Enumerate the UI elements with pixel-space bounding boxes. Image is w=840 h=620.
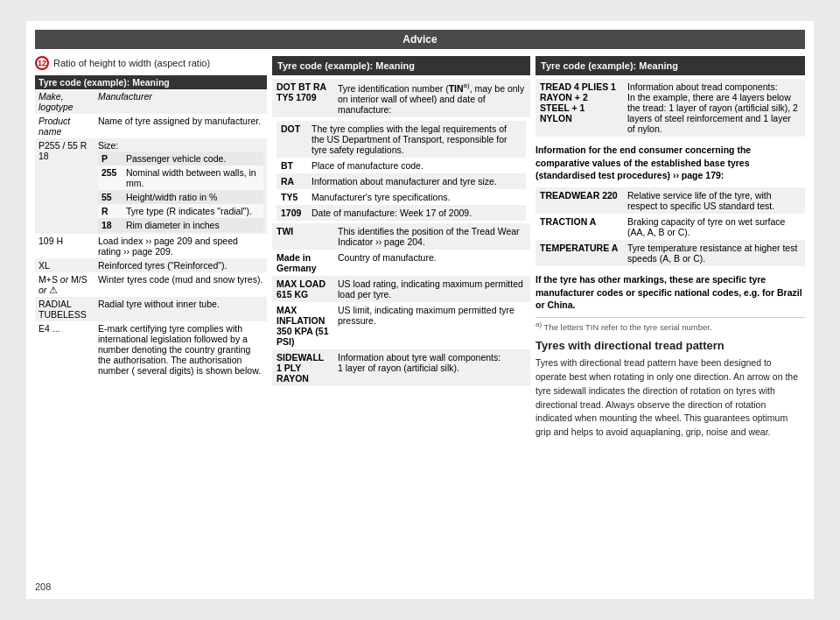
nested-table: P Passenger vehicle code. 255 Nominal wi… — [98, 151, 263, 232]
directional-text: Tyres with directional tread pattern hav… — [536, 356, 805, 440]
table-row: Product name Name of tyre assigned by ma… — [35, 114, 267, 138]
table-cell: Information about tyre wall components:1… — [333, 349, 530, 386]
table-row: E4 ... E-mark certifying tyre complies w… — [35, 321, 267, 377]
nested-code: P — [98, 151, 122, 166]
table-cell: US limit, indicating maximum permitted t… — [333, 302, 530, 349]
table-cell: RADIAL TUBELESS — [35, 297, 94, 321]
table-cell: 109 H — [35, 234, 94, 258]
right-tyre-table-2: TREADWEAR 220 Relative service life of t… — [536, 187, 805, 266]
table-row: MAX INFLATION 350 KPA (51 PSI) US limit,… — [272, 302, 530, 349]
table-row: 1709 Date of manufacture: Week 17 of 200… — [276, 205, 526, 221]
table-cell: MAX INFLATION 350 KPA (51 PSI) — [272, 302, 333, 349]
table-row: MAX LOAD 615 KG US load rating, indicati… — [272, 276, 530, 302]
directional-title: Tyres with directional tread pattern — [536, 339, 805, 352]
table-cell: E4 ... — [35, 321, 94, 377]
nested-code: 55 — [98, 190, 122, 204]
table-cell: Size: P Passenger vehicle code. 255 Nomi… — [94, 138, 267, 234]
table-row: M+S or M/S or ⚠ Winter tyres code (mud a… — [35, 272, 267, 297]
table-row: TWI This identifies the position of the … — [272, 223, 530, 250]
table-row: DOT BT RA TY5 1709 Tyre identification n… — [272, 79, 530, 117]
middle-tyre-table: DOT BT RA TY5 1709 Tyre identification n… — [272, 79, 530, 386]
table-cell: Make, logotype — [35, 89, 94, 114]
table-cell: Tyre temperature resistance at higher te… — [623, 240, 805, 266]
nested-code: TY5 — [276, 189, 307, 205]
table-row: DOT The tyre complies with the legal req… — [276, 121, 526, 158]
circle-number: 12 — [35, 56, 49, 70]
dot-nested-table: DOT The tyre complies with the legal req… — [276, 121, 526, 221]
table-row: BT Place of manufacture code. — [276, 158, 526, 173]
nested-code: 18 — [98, 218, 122, 232]
table-cell: US load rating, indicating maximum permi… — [333, 276, 530, 302]
table-cell: TWI — [272, 223, 333, 250]
table-cell: E-mark certifying tyre complies with int… — [94, 321, 267, 377]
footnote-text: a) The letters TIN refer to the tyre ser… — [536, 317, 805, 332]
nested-desc: Tyre type (R indicates "radial"). — [122, 204, 263, 218]
table-cell: P255 / 55 R 18 — [35, 138, 94, 234]
table-cell: This identifies the position of the Trea… — [333, 223, 530, 250]
table-cell: Information about tread components:In th… — [623, 79, 805, 137]
table-cell: M+S or M/S or ⚠ — [35, 272, 94, 297]
table-cell: TREAD 4 PLIES 1 RAYON + 2 STEEL + 1 NYLO… — [536, 79, 623, 137]
table-cell: TREADWEAR 220 — [536, 187, 623, 214]
table-row: P Passenger vehicle code. — [98, 151, 263, 166]
left-column: 12 Ratio of height to width (aspect rati… — [35, 56, 267, 440]
table-cell: Name of tyre assigned by manufacturer. — [94, 114, 267, 138]
table-cell: Country of manufacture. — [333, 250, 530, 276]
nested-desc: Passenger vehicle code. — [122, 151, 263, 166]
nested-code: R — [98, 204, 122, 218]
table-row: RA Information about manufacturer and ty… — [276, 173, 526, 189]
aspect-ratio-text: Ratio of height to width (aspect ratio) — [53, 58, 210, 68]
nested-desc: Rim diameter in inches — [122, 218, 263, 232]
warning-bold-text: If the tyre has other markings, these ar… — [536, 273, 805, 312]
table-cell: XL — [35, 258, 94, 272]
middle-column: Tyre code (example): Meaning DOT BT RA T… — [272, 56, 530, 440]
left-table-header: Tyre code (example): Meaning — [35, 75, 267, 89]
aspect-ratio-heading: 12 Ratio of height to width (aspect rati… — [35, 56, 267, 70]
table-row: XL Reinforced tyres ("Reinforced"). — [35, 258, 267, 272]
table-row: DOT The tyre complies with the legal req… — [272, 117, 530, 223]
table-cell: Tyre identification number (TINa), may b… — [333, 79, 530, 117]
content-area: 12 Ratio of height to width (aspect rati… — [35, 56, 805, 440]
table-row: TY5 Manufacturer's tyre specifications. — [276, 189, 526, 205]
nested-desc: Nominal width between walls, in mm. — [122, 166, 263, 190]
table-cell: Manufacturer — [94, 89, 267, 114]
table-cell: Relative service life of the tyre, with … — [623, 187, 805, 214]
nested-desc: The tyre complies with the legal require… — [307, 121, 526, 158]
nested-desc: Date of manufacture: Week 17 of 2009. — [307, 205, 526, 221]
page-number: 208 — [35, 581, 51, 592]
table-row: TREADWEAR 220 Relative service life of t… — [536, 187, 805, 214]
table-cell: Radial tyre without inner tube. — [94, 297, 267, 321]
info-bold-text: Information for the end consumer concern… — [536, 144, 805, 182]
table-cell: Load index ›› page 209 and speed rating … — [94, 234, 267, 258]
table-row: 18 Rim diameter in inches — [98, 218, 263, 232]
table-row: Made in Germany Country of manufacture. — [272, 250, 530, 276]
nested-code: 1709 — [276, 205, 307, 221]
left-tyre-table: Tyre code (example): Meaning Make, logot… — [35, 75, 267, 377]
table-cell: MAX LOAD 615 KG — [272, 276, 333, 302]
table-cell: DOT The tyre complies with the legal req… — [272, 117, 530, 223]
nested-code: BT — [276, 158, 307, 173]
right-tyre-table: TREAD 4 PLIES 1 RAYON + 2 STEEL + 1 NYLO… — [536, 79, 805, 137]
table-cell: Braking capacity of tyre on wet surface … — [623, 214, 805, 240]
table-cell: Reinforced tyres ("Reinforced"). — [94, 258, 267, 272]
table-row: R Tyre type (R indicates "radial"). — [98, 204, 263, 218]
table-cell: Winter tyres code (mud and snow tyres). — [94, 272, 267, 297]
nested-code: DOT — [276, 121, 307, 158]
table-cell: TEMPERATURE A — [536, 240, 623, 266]
table-row: SIDEWALL 1 PLY RAYON Information about t… — [272, 349, 530, 386]
table-row: P255 / 55 R 18 Size: P Passenger vehicle… — [35, 138, 267, 234]
nested-desc: Place of manufacture code. — [307, 158, 526, 173]
table-row: TEMPERATURE A Tyre temperature resistanc… — [536, 240, 805, 266]
right-column: Tyre code (example): Meaning TREAD 4 PLI… — [536, 56, 805, 440]
table-cell: Product name — [35, 114, 94, 138]
table-cell: Made in Germany — [272, 250, 333, 276]
table-row: 109 H Load index ›› page 209 and speed r… — [35, 234, 267, 258]
nested-code: RA — [276, 173, 307, 189]
page: Advice 12 Ratio of height to width (aspe… — [26, 21, 814, 599]
table-row: TREAD 4 PLIES 1 RAYON + 2 STEEL + 1 NYLO… — [536, 79, 805, 137]
table-row: Make, logotype Manufacturer — [35, 89, 267, 114]
table-row: 55 Height/width ratio in % — [98, 190, 263, 204]
table-row: TRACTION A Braking capacity of tyre on w… — [536, 214, 805, 240]
page-header: Advice — [35, 30, 805, 49]
table-cell: TRACTION A — [536, 214, 623, 240]
